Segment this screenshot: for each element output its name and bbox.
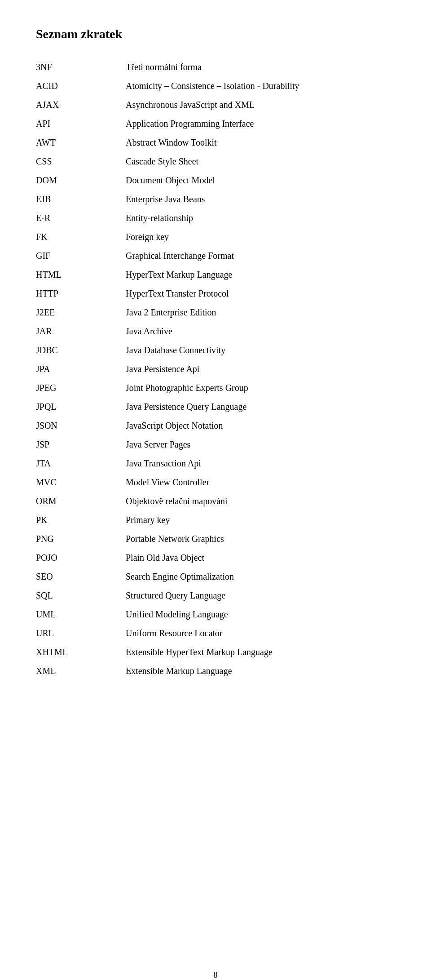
abbreviation-term: JSP — [36, 435, 126, 454]
table-row: CSSCascade Style Sheet — [36, 152, 395, 171]
abbreviation-term: JPA — [36, 359, 126, 378]
abbreviation-term: HTTP — [36, 284, 126, 303]
abbreviation-definition: Java Transaction Api — [126, 454, 395, 473]
table-row: 3NFTřetí normální forma — [36, 58, 395, 76]
abbreviation-definition: Java Database Connectivity — [126, 341, 395, 359]
abbreviation-term: JPEG — [36, 378, 126, 397]
abbreviation-term: J2EE — [36, 303, 126, 322]
abbreviation-term: CSS — [36, 152, 126, 171]
table-row: UMLUnified Modeling Language — [36, 605, 395, 624]
abbreviation-definition: Document Object Model — [126, 171, 395, 190]
abbreviation-term: GIF — [36, 246, 126, 265]
table-row: GIFGraphical Interchange Format — [36, 246, 395, 265]
abbreviation-term: JTA — [36, 454, 126, 473]
table-row: POJOPlain Old Java Object — [36, 548, 395, 567]
abbreviation-definition: HyperText Transfer Protocol — [126, 284, 395, 303]
table-row: E-REntity-relationship — [36, 208, 395, 227]
abbreviation-definition: Java Persistence Query Language — [126, 397, 395, 416]
abbreviation-definition: Primary key — [126, 510, 395, 529]
abbreviation-definition: Entity-relationship — [126, 208, 395, 227]
abbreviation-term: SEO — [36, 567, 126, 586]
table-row: SQLStructured Query Language — [36, 586, 395, 605]
abbreviation-definition: Joint Photographic Experts Group — [126, 378, 395, 397]
abbreviation-definition: Graphical Interchange Format — [126, 246, 395, 265]
abbreviation-term: JDBC — [36, 341, 126, 359]
abbreviation-term: URL — [36, 624, 126, 643]
abbreviation-term: XHTML — [36, 643, 126, 661]
table-row: APIApplication Programming Interface — [36, 114, 395, 133]
page-title: Seznam zkratek — [36, 27, 395, 41]
abbreviation-term: API — [36, 114, 126, 133]
abbreviation-term: PK — [36, 510, 126, 529]
abbreviation-term: E-R — [36, 208, 126, 227]
abbreviation-term: SQL — [36, 586, 126, 605]
table-row: ACIDAtomicity – Consistence – Isolation … — [36, 76, 395, 95]
abbreviation-definition: Extensible HyperText Markup Language — [126, 643, 395, 661]
table-row: J2EEJava 2 Enterprise Edition — [36, 303, 395, 322]
table-row: MVCModel View Controller — [36, 473, 395, 492]
abbreviation-definition: Portable Network Graphics — [126, 529, 395, 548]
table-row: URLUniform Resource Locator — [36, 624, 395, 643]
table-row: HTMLHyperText Markup Language — [36, 265, 395, 284]
abbreviation-term: EJB — [36, 190, 126, 208]
table-row: JSONJavaScript Object Notation — [36, 416, 395, 435]
abbreviation-term: UML — [36, 605, 126, 624]
abbreviation-definition: Foreign key — [126, 227, 395, 246]
abbreviation-definition: Unified Modeling Language — [126, 605, 395, 624]
abbreviation-definition: Cascade Style Sheet — [126, 152, 395, 171]
page-wrapper: Seznam zkratek 3NFTřetí normální formaAC… — [36, 27, 395, 980]
abbreviation-term: HTML — [36, 265, 126, 284]
abbreviation-table: 3NFTřetí normální formaACIDAtomicity – C… — [36, 58, 395, 680]
abbreviation-term: AWT — [36, 133, 126, 152]
table-row: JTAJava Transaction Api — [36, 454, 395, 473]
abbreviation-definition: Abstract Window Toolkit — [126, 133, 395, 152]
table-row: AWTAbstract Window Toolkit — [36, 133, 395, 152]
table-row: DOMDocument Object Model — [36, 171, 395, 190]
abbreviation-definition: Java Server Pages — [126, 435, 395, 454]
abbreviation-definition: Plain Old Java Object — [126, 548, 395, 567]
abbreviation-definition: Objektově relační mapování — [126, 492, 395, 510]
table-row: PKPrimary key — [36, 510, 395, 529]
abbreviation-definition: JavaScript Object Notation — [126, 416, 395, 435]
abbreviation-definition: Java Archive — [126, 322, 395, 341]
abbreviation-definition: Atomicity – Consistence – Isolation - Du… — [126, 76, 395, 95]
abbreviation-definition: Asynchronous JavaScript and XML — [126, 95, 395, 114]
abbreviation-definition: Extensible Markup Language — [126, 661, 395, 680]
abbreviation-definition: Java Persistence Api — [126, 359, 395, 378]
abbreviation-term: ACID — [36, 76, 126, 95]
abbreviation-definition: Structured Query Language — [126, 586, 395, 605]
abbreviation-term: JSON — [36, 416, 126, 435]
abbreviation-term: PNG — [36, 529, 126, 548]
table-row: JARJava Archive — [36, 322, 395, 341]
table-row: AJAXAsynchronous JavaScript and XML — [36, 95, 395, 114]
table-row: SEOSearch Engine Optimalization — [36, 567, 395, 586]
abbreviation-definition: Model View Controller — [126, 473, 395, 492]
abbreviation-term: JAR — [36, 322, 126, 341]
abbreviation-term: 3NF — [36, 58, 126, 76]
abbreviation-term: MVC — [36, 473, 126, 492]
page-number: 8 — [214, 971, 218, 980]
table-row: JSPJava Server Pages — [36, 435, 395, 454]
table-row: JPQLJava Persistence Query Language — [36, 397, 395, 416]
abbreviation-definition: Třetí normální forma — [126, 58, 395, 76]
table-row: JDBCJava Database Connectivity — [36, 341, 395, 359]
table-row: PNGPortable Network Graphics — [36, 529, 395, 548]
abbreviation-definition: Java 2 Enterprise Edition — [126, 303, 395, 322]
abbreviation-term: XML — [36, 661, 126, 680]
abbreviation-definition: Application Programming Interface — [126, 114, 395, 133]
abbreviation-definition: Search Engine Optimalization — [126, 567, 395, 586]
abbreviation-definition: Uniform Resource Locator — [126, 624, 395, 643]
abbreviation-term: ORM — [36, 492, 126, 510]
abbreviation-term: AJAX — [36, 95, 126, 114]
table-row: JPEGJoint Photographic Experts Group — [36, 378, 395, 397]
table-row: XMLExtensible Markup Language — [36, 661, 395, 680]
abbreviation-term: JPQL — [36, 397, 126, 416]
table-row: EJBEnterprise Java Beans — [36, 190, 395, 208]
table-row: FKForeign key — [36, 227, 395, 246]
abbreviation-term: DOM — [36, 171, 126, 190]
abbreviation-definition: Enterprise Java Beans — [126, 190, 395, 208]
table-row: HTTPHyperText Transfer Protocol — [36, 284, 395, 303]
abbreviation-term: POJO — [36, 548, 126, 567]
abbreviation-term: FK — [36, 227, 126, 246]
table-row: JPAJava Persistence Api — [36, 359, 395, 378]
